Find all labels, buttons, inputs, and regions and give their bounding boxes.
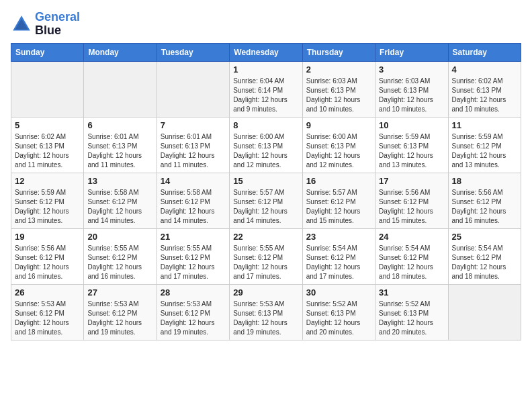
day-number: 3 [379, 64, 444, 75]
day-number: 5 [15, 120, 80, 130]
calendar-cell: 14Sunrise: 5:58 AM Sunset: 6:12 PM Dayli… [157, 173, 229, 228]
calendar-table: SundayMondayTuesdayWednesdayThursdayFrid… [11, 43, 521, 340]
day-info: Sunrise: 5:58 AM Sunset: 6:12 PM Dayligh… [161, 188, 226, 226]
calendar-cell: 18Sunrise: 5:56 AM Sunset: 6:12 PM Dayli… [448, 173, 521, 228]
calendar-cell: 21Sunrise: 5:55 AM Sunset: 6:12 PM Dayli… [157, 228, 229, 284]
calendar-cell: 29Sunrise: 5:53 AM Sunset: 6:13 PM Dayli… [230, 284, 302, 340]
calendar-cell: 1Sunrise: 6:04 AM Sunset: 6:14 PM Daylig… [230, 61, 302, 117]
day-info: Sunrise: 5:56 AM Sunset: 6:12 PM Dayligh… [452, 188, 517, 226]
day-number: 23 [306, 232, 371, 242]
day-info: Sunrise: 5:57 AM Sunset: 6:12 PM Dayligh… [233, 188, 298, 226]
day-info: Sunrise: 5:56 AM Sunset: 6:12 PM Dayligh… [379, 188, 444, 226]
weekday-header-monday: Monday [84, 43, 157, 61]
calendar-cell: 30Sunrise: 5:52 AM Sunset: 6:13 PM Dayli… [302, 284, 375, 340]
day-number: 12 [15, 176, 80, 186]
day-number: 19 [15, 232, 80, 242]
day-number: 8 [233, 120, 298, 130]
page-header: General Blue [11, 11, 521, 38]
day-info: Sunrise: 6:01 AM Sunset: 6:13 PM Dayligh… [87, 132, 152, 170]
calendar-cell: 15Sunrise: 5:57 AM Sunset: 6:12 PM Dayli… [230, 173, 302, 228]
day-info: Sunrise: 5:57 AM Sunset: 6:12 PM Dayligh… [306, 188, 371, 226]
calendar-cell [157, 61, 229, 117]
calendar-week-4: 19Sunrise: 5:56 AM Sunset: 6:12 PM Dayli… [11, 228, 521, 284]
day-number: 14 [161, 176, 226, 186]
logo: General Blue [11, 11, 80, 38]
day-number: 15 [233, 176, 298, 186]
calendar-cell [11, 61, 84, 117]
calendar-cell: 25Sunrise: 5:54 AM Sunset: 6:12 PM Dayli… [448, 228, 521, 284]
calendar-cell: 16Sunrise: 5:57 AM Sunset: 6:12 PM Dayli… [302, 173, 375, 228]
day-number: 4 [452, 64, 517, 75]
day-number: 24 [379, 232, 444, 242]
day-info: Sunrise: 5:53 AM Sunset: 6:12 PM Dayligh… [15, 300, 80, 337]
day-number: 31 [379, 287, 444, 298]
calendar-week-3: 12Sunrise: 5:59 AM Sunset: 6:12 PM Dayli… [11, 173, 521, 228]
weekday-header-sunday: Sunday [11, 43, 84, 61]
weekday-header-saturday: Saturday [448, 43, 521, 61]
calendar-cell: 2Sunrise: 6:03 AM Sunset: 6:13 PM Daylig… [302, 61, 375, 117]
calendar-cell [84, 61, 157, 117]
day-info: Sunrise: 5:54 AM Sunset: 6:12 PM Dayligh… [379, 244, 444, 281]
calendar-cell: 8Sunrise: 6:00 AM Sunset: 6:13 PM Daylig… [230, 117, 302, 173]
day-info: Sunrise: 5:52 AM Sunset: 6:13 PM Dayligh… [306, 300, 371, 337]
day-info: Sunrise: 6:03 AM Sunset: 6:13 PM Dayligh… [306, 77, 371, 114]
day-info: Sunrise: 5:54 AM Sunset: 6:12 PM Dayligh… [306, 244, 371, 281]
weekday-header-thursday: Thursday [302, 43, 375, 61]
day-info: Sunrise: 5:55 AM Sunset: 6:12 PM Dayligh… [233, 244, 298, 281]
calendar-cell: 28Sunrise: 5:53 AM Sunset: 6:12 PM Dayli… [157, 284, 229, 340]
day-info: Sunrise: 5:53 AM Sunset: 6:13 PM Dayligh… [233, 300, 298, 337]
calendar-cell: 10Sunrise: 5:59 AM Sunset: 6:13 PM Dayli… [375, 117, 448, 173]
day-number: 13 [87, 176, 152, 186]
calendar-cell: 24Sunrise: 5:54 AM Sunset: 6:12 PM Dayli… [375, 228, 448, 284]
calendar-cell: 19Sunrise: 5:56 AM Sunset: 6:12 PM Dayli… [11, 228, 84, 284]
weekday-header-wednesday: Wednesday [230, 43, 302, 61]
day-info: Sunrise: 6:01 AM Sunset: 6:13 PM Dayligh… [161, 132, 226, 170]
day-number: 25 [452, 232, 517, 242]
logo-icon [11, 13, 32, 35]
day-number: 11 [452, 120, 517, 130]
day-number: 18 [452, 176, 517, 186]
calendar-cell: 13Sunrise: 5:58 AM Sunset: 6:12 PM Dayli… [84, 173, 157, 228]
day-number: 21 [161, 232, 226, 242]
calendar-cell: 22Sunrise: 5:55 AM Sunset: 6:12 PM Dayli… [230, 228, 302, 284]
calendar-week-2: 5Sunrise: 6:02 AM Sunset: 6:13 PM Daylig… [11, 117, 521, 173]
weekday-header-friday: Friday [375, 43, 448, 61]
day-number: 30 [306, 287, 371, 298]
calendar-cell: 12Sunrise: 5:59 AM Sunset: 6:12 PM Dayli… [11, 173, 84, 228]
day-number: 27 [87, 287, 152, 298]
calendar-week-1: 1Sunrise: 6:04 AM Sunset: 6:14 PM Daylig… [11, 61, 521, 117]
day-number: 26 [15, 287, 80, 298]
day-info: Sunrise: 6:02 AM Sunset: 6:13 PM Dayligh… [452, 77, 517, 114]
day-number: 28 [161, 287, 226, 298]
day-info: Sunrise: 5:59 AM Sunset: 6:12 PM Dayligh… [15, 188, 80, 226]
logo-text: General Blue [35, 11, 80, 38]
calendar-cell: 23Sunrise: 5:54 AM Sunset: 6:12 PM Dayli… [302, 228, 375, 284]
day-info: Sunrise: 5:53 AM Sunset: 6:12 PM Dayligh… [161, 300, 226, 337]
day-number: 16 [306, 176, 371, 186]
day-number: 17 [379, 176, 444, 186]
day-info: Sunrise: 5:56 AM Sunset: 6:12 PM Dayligh… [15, 244, 80, 281]
day-number: 20 [87, 232, 152, 242]
day-number: 6 [87, 120, 152, 130]
day-number: 22 [233, 232, 298, 242]
calendar-cell: 9Sunrise: 6:00 AM Sunset: 6:13 PM Daylig… [302, 117, 375, 173]
day-info: Sunrise: 5:59 AM Sunset: 6:12 PM Dayligh… [452, 132, 517, 170]
day-info: Sunrise: 6:00 AM Sunset: 6:13 PM Dayligh… [306, 132, 371, 170]
day-info: Sunrise: 6:00 AM Sunset: 6:13 PM Dayligh… [233, 132, 298, 170]
day-number: 7 [161, 120, 226, 130]
day-info: Sunrise: 5:53 AM Sunset: 6:12 PM Dayligh… [87, 300, 152, 337]
day-info: Sunrise: 5:58 AM Sunset: 6:12 PM Dayligh… [87, 188, 152, 226]
day-number: 9 [306, 120, 371, 130]
weekday-header-row: SundayMondayTuesdayWednesdayThursdayFrid… [11, 43, 521, 61]
day-number: 1 [233, 64, 298, 75]
calendar-cell: 31Sunrise: 5:52 AM Sunset: 6:13 PM Dayli… [375, 284, 448, 340]
day-info: Sunrise: 5:55 AM Sunset: 6:12 PM Dayligh… [161, 244, 226, 281]
day-number: 2 [306, 64, 371, 75]
calendar-cell: 4Sunrise: 6:02 AM Sunset: 6:13 PM Daylig… [448, 61, 521, 117]
calendar-cell: 11Sunrise: 5:59 AM Sunset: 6:12 PM Dayli… [448, 117, 521, 173]
day-info: Sunrise: 5:52 AM Sunset: 6:13 PM Dayligh… [379, 300, 444, 337]
calendar-cell: 20Sunrise: 5:55 AM Sunset: 6:12 PM Dayli… [84, 228, 157, 284]
calendar-cell: 17Sunrise: 5:56 AM Sunset: 6:12 PM Dayli… [375, 173, 448, 228]
calendar-cell: 7Sunrise: 6:01 AM Sunset: 6:13 PM Daylig… [157, 117, 229, 173]
calendar-cell: 3Sunrise: 6:03 AM Sunset: 6:13 PM Daylig… [375, 61, 448, 117]
